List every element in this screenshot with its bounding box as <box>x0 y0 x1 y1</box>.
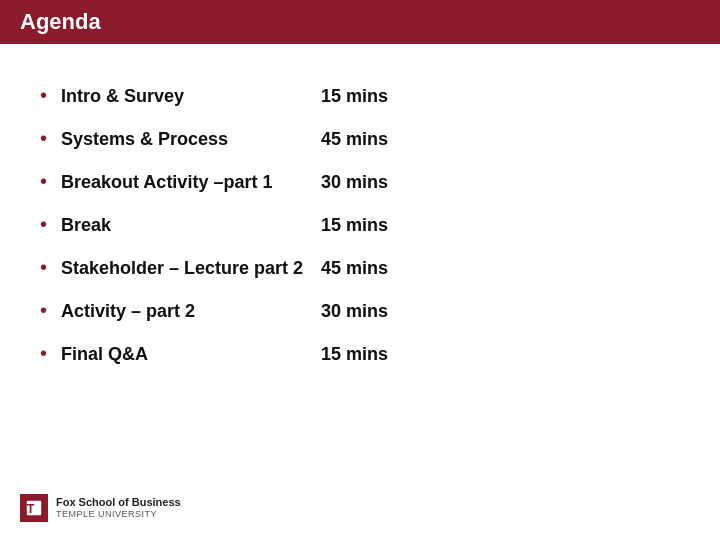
agenda-duration-3: 15 mins <box>321 215 388 236</box>
footer-text: Fox School of Business TEMPLE UNIVERSITY <box>56 496 181 520</box>
agenda-item-3: •Break15 mins <box>40 203 680 246</box>
agenda-item-5: •Activity – part 230 mins <box>40 289 680 332</box>
svg-text:T: T <box>27 502 35 516</box>
agenda-label-1: Systems & Process <box>61 129 321 150</box>
agenda-duration-6: 15 mins <box>321 344 388 365</box>
bullet-1: • <box>40 127 47 150</box>
agenda-list: •Intro & Survey15 mins•Systems & Process… <box>40 74 680 375</box>
agenda-duration-2: 30 mins <box>321 172 388 193</box>
page-title: Agenda <box>20 9 101 35</box>
agenda-label-5: Activity – part 2 <box>61 301 321 322</box>
bullet-4: • <box>40 256 47 279</box>
school-name: Fox School of Business <box>56 496 181 509</box>
header: Agenda <box>0 0 720 44</box>
bullet-3: • <box>40 213 47 236</box>
bullet-0: • <box>40 84 47 107</box>
university-name: TEMPLE UNIVERSITY <box>56 509 181 520</box>
bullet-5: • <box>40 299 47 322</box>
agenda-duration-4: 45 mins <box>321 258 388 279</box>
agenda-label-6: Final Q&A <box>61 344 321 365</box>
content-area: •Intro & Survey15 mins•Systems & Process… <box>0 44 720 395</box>
agenda-item-1: •Systems & Process45 mins <box>40 117 680 160</box>
agenda-duration-5: 30 mins <box>321 301 388 322</box>
agenda-duration-1: 45 mins <box>321 129 388 150</box>
agenda-item-0: •Intro & Survey15 mins <box>40 74 680 117</box>
agenda-label-3: Break <box>61 215 321 236</box>
fox-logo-box: T <box>20 494 48 522</box>
agenda-label-4: Stakeholder – Lecture part 2 <box>61 258 321 279</box>
bullet-6: • <box>40 342 47 365</box>
agenda-item-2: •Breakout Activity –part 130 mins <box>40 160 680 203</box>
bullet-2: • <box>40 170 47 193</box>
agenda-label-0: Intro & Survey <box>61 86 321 107</box>
footer: T Fox School of Business TEMPLE UNIVERSI… <box>20 494 181 522</box>
agenda-item-4: •Stakeholder – Lecture part 245 mins <box>40 246 680 289</box>
agenda-label-2: Breakout Activity –part 1 <box>61 172 321 193</box>
agenda-duration-0: 15 mins <box>321 86 388 107</box>
agenda-item-6: •Final Q&A15 mins <box>40 332 680 375</box>
